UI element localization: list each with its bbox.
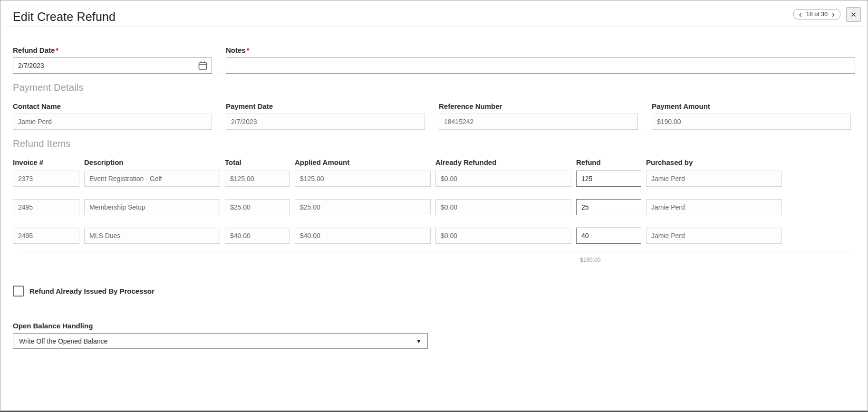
notes-input[interactable]: [226, 57, 855, 74]
payment-date-label: Payment Date: [226, 102, 425, 110]
header-divider: [4, 27, 864, 27]
purchased-by-input: [646, 199, 782, 215]
column-header-refund: Refund: [576, 158, 641, 166]
payment-date-field: Payment Date: [226, 102, 425, 130]
open-balance-field: Open Balance Handling Write Off the Open…: [13, 322, 855, 349]
invoice-input: [13, 171, 79, 187]
refund-item-row: [13, 171, 855, 187]
refund-items-heading: Refund Items: [13, 138, 855, 149]
payment-date-input: [226, 114, 425, 130]
column-header-applied-amount: Applied Amount: [295, 158, 431, 166]
open-balance-selected-value: Write Off the Opened Balance: [19, 337, 107, 345]
close-button[interactable]: ✕: [846, 7, 861, 22]
refund-amount-input[interactable]: [576, 171, 641, 187]
applied-amount-input: [295, 228, 431, 244]
prev-record-icon[interactable]: ‹: [799, 11, 802, 18]
refund-date-field: Refund Date*: [13, 46, 212, 74]
payment-amount-input: [652, 114, 851, 130]
table-divider: [18, 252, 850, 252]
refund-issued-checkbox[interactable]: [13, 286, 24, 297]
open-balance-select[interactable]: Write Off the Opened Balance ▼: [13, 333, 428, 349]
applied-amount-input: [295, 199, 431, 215]
section-divider: [18, 130, 850, 130]
contact-name-field: Contact Name: [13, 102, 212, 130]
required-asterisk: *: [247, 46, 250, 54]
record-counter: 18 of 30: [806, 11, 828, 18]
payment-amount-field: Payment Amount: [652, 102, 851, 130]
refund-item-row: [13, 228, 855, 244]
next-record-icon[interactable]: ›: [831, 11, 835, 18]
reference-number-label: Reference Number: [439, 102, 638, 110]
invoice-input: [13, 199, 79, 215]
close-icon: ✕: [850, 11, 857, 18]
already-refunded-input: [435, 171, 571, 187]
refund-issued-checkbox-label: Refund Already Issued By Processor: [29, 287, 154, 295]
payment-details-fields: Contact Name Payment Date Reference Numb…: [13, 102, 855, 130]
refund-date-label: Refund Date*: [13, 46, 212, 54]
edit-create-refund-dialog: Edit Create Refund ‹ 18 of 30 › ✕ Refund…: [0, 0, 868, 412]
notes-field: Notes*: [226, 46, 855, 74]
description-input: [84, 199, 220, 215]
already-refunded-input: [435, 228, 571, 244]
refund-amount-input[interactable]: [576, 199, 641, 215]
column-header-already-refunded: Already Refunded: [435, 158, 571, 166]
refund-date-input[interactable]: [13, 57, 212, 74]
open-balance-label: Open Balance Handling: [13, 322, 855, 330]
required-asterisk: *: [56, 46, 58, 54]
total-input: [225, 199, 290, 215]
refund-item-row: [13, 199, 855, 215]
top-fields-row: Refund Date* Notes*: [13, 46, 855, 74]
section-divider: [18, 74, 850, 74]
chevron-down-icon: ▼: [416, 338, 422, 345]
description-input: [84, 228, 220, 244]
header-controls: ‹ 18 of 30 › ✕: [793, 7, 861, 22]
record-pager: ‹ 18 of 30 ›: [793, 9, 840, 19]
dialog-body: Refund Date* Notes*: [0, 46, 868, 349]
reference-number-field: Reference Number: [439, 102, 638, 130]
page-title: Edit Create Refund: [13, 10, 116, 24]
column-header-purchased-by: Purchased by: [646, 158, 782, 166]
purchased-by-input: [646, 171, 782, 187]
reference-number-input: [439, 114, 638, 130]
notes-label-text: Notes: [226, 46, 246, 54]
applied-amount-input: [295, 171, 431, 187]
description-input: [84, 171, 220, 187]
contact-name-input: [13, 114, 212, 130]
column-header-description: Description: [84, 158, 220, 166]
total-input: [225, 171, 290, 187]
refund-total: $190.00: [580, 257, 855, 263]
contact-name-label: Contact Name: [13, 102, 212, 110]
column-header-total: Total: [225, 158, 290, 166]
total-input: [225, 228, 290, 244]
payment-amount-label: Payment Amount: [652, 102, 851, 110]
refund-items-header-row: Invoice # Description Total Applied Amou…: [13, 158, 855, 166]
dialog-header: Edit Create Refund ‹ 18 of 30 › ✕: [0, 0, 868, 27]
column-header-invoice: Invoice #: [13, 158, 79, 166]
refund-date-label-text: Refund Date: [13, 46, 55, 54]
processor-checkbox-row: Refund Already Issued By Processor: [13, 286, 855, 297]
purchased-by-input: [646, 228, 782, 244]
refund-amount-input[interactable]: [576, 228, 641, 244]
notes-label: Notes*: [226, 46, 855, 54]
payment-details-heading: Payment Details: [13, 82, 855, 93]
already-refunded-input: [435, 199, 571, 215]
invoice-input: [13, 228, 79, 244]
